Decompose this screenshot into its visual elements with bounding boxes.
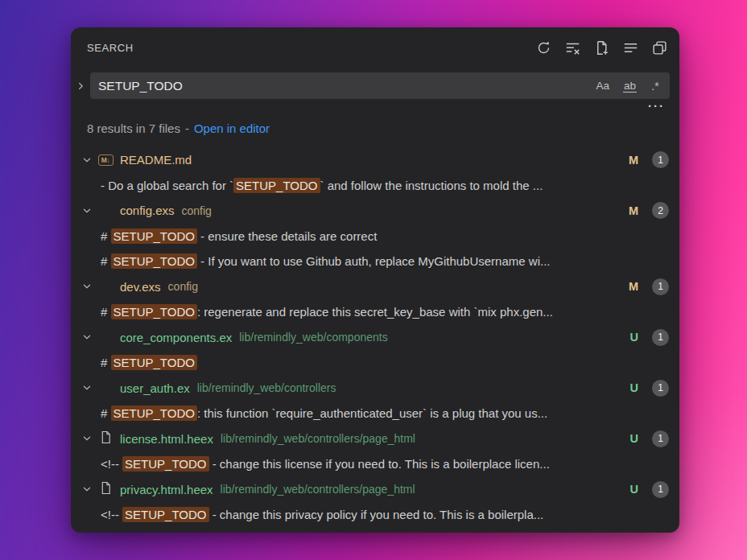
file-result-row[interactable]: privacy.html.heex lib/remindly_web/contr… bbox=[71, 477, 679, 503]
match-line-text: <!-- SETUP_TODO - change this privacy po… bbox=[101, 508, 543, 521]
more-actions-icon[interactable]: ··· bbox=[648, 102, 665, 110]
match-prefix: - Do a global search for ` bbox=[101, 179, 233, 192]
match-prefix: # bbox=[101, 356, 111, 369]
file-name: dev.exs bbox=[120, 280, 161, 294]
elixir-icon bbox=[97, 330, 113, 344]
chevron-down-icon[interactable] bbox=[80, 331, 93, 343]
match-suffix: - change this privacy policy if you need… bbox=[209, 508, 544, 521]
chevron-down-icon[interactable] bbox=[80, 154, 93, 166]
file-path: lib/remindly_web/components bbox=[239, 331, 387, 344]
match-line-text: # SETUP_TODO: regenerate and replace thi… bbox=[101, 305, 553, 319]
search-result-line[interactable]: # SETUP_TODO - If you want to use Github… bbox=[71, 249, 679, 274]
results-summary: 8 results in 7 files - Open in editor bbox=[87, 118, 679, 138]
chevron-down-icon[interactable] bbox=[80, 382, 93, 393]
search-panel: SEARCH bbox=[71, 27, 679, 533]
match-prefix: # bbox=[101, 305, 111, 319]
panel-header: SEARCH bbox=[71, 27, 679, 64]
file-path: lib/remindly_web/controllers/page_html bbox=[221, 432, 415, 445]
search-result-line[interactable]: - Do a global search for `SETUP_TODO` an… bbox=[71, 173, 679, 199]
file-result-row[interactable]: dev.exs config M 1 bbox=[71, 274, 679, 300]
search-result-line[interactable]: # SETUP_TODO: this function `require_aut… bbox=[71, 401, 679, 426]
match-text: SETUP_TODO bbox=[233, 178, 320, 193]
chevron-down-icon[interactable] bbox=[80, 433, 93, 444]
chevron-down-icon[interactable] bbox=[80, 281, 93, 292]
whole-word-icon[interactable]: ab bbox=[618, 76, 642, 96]
match-text: SETUP_TODO bbox=[111, 229, 197, 244]
match-text: SETUP_TODO bbox=[111, 304, 197, 319]
match-line-text: - Do a global search for `SETUP_TODO` an… bbox=[101, 179, 543, 192]
git-status-letter: U bbox=[630, 483, 638, 496]
file-path: lib/remindly_web/controllers/page_html bbox=[221, 483, 415, 496]
match-suffix: - change this license if you need to. Th… bbox=[209, 457, 550, 471]
file-icon bbox=[100, 481, 112, 498]
match-line-text: <!-- SETUP_TODO - change this license if… bbox=[101, 457, 550, 471]
git-status-letter: U bbox=[630, 381, 638, 394]
file-result-row[interactable]: user_auth.ex lib/remindly_web/controller… bbox=[71, 376, 679, 401]
search-result-line[interactable]: # SETUP_TODO - ensure these details are … bbox=[71, 224, 679, 249]
git-status-letter: M bbox=[629, 280, 638, 293]
file-result-row[interactable]: core_components.ex lib/remindly_web/comp… bbox=[71, 325, 679, 351]
elixir-icon bbox=[99, 279, 112, 294]
open-in-editor-link[interactable]: Open in editor bbox=[194, 121, 270, 135]
markdown-icon: M↓ bbox=[98, 154, 113, 166]
file-icon bbox=[97, 481, 113, 498]
elixir-icon bbox=[97, 279, 113, 294]
regex-glyph: .* bbox=[651, 80, 658, 93]
git-status-letter: U bbox=[630, 432, 638, 445]
copy-icon[interactable] bbox=[649, 37, 670, 58]
more-row: ··· bbox=[71, 99, 679, 113]
file-result-row[interactable]: M↓ README.md M 1 bbox=[71, 147, 679, 173]
match-suffix: : regenerate and replace this secret_key… bbox=[197, 305, 553, 319]
file-name: privacy.html.heex bbox=[120, 483, 213, 496]
match-case-icon[interactable]: Aa bbox=[591, 76, 614, 96]
match-text: SETUP_TODO bbox=[111, 355, 197, 370]
file-name: README.md bbox=[120, 153, 192, 167]
match-count-badge: 2 bbox=[652, 202, 669, 219]
search-result-line[interactable]: # SETUP_TODO: regenerate and replace thi… bbox=[71, 299, 679, 325]
chevron-down-icon[interactable] bbox=[80, 205, 93, 216]
match-suffix: - ensure these details are correct bbox=[197, 229, 377, 243]
header-actions bbox=[533, 37, 670, 58]
match-count-badge: 1 bbox=[652, 380, 669, 397]
new-search-editor-icon[interactable] bbox=[591, 37, 612, 58]
list-icon[interactable] bbox=[620, 37, 641, 58]
chevron-down-icon[interactable] bbox=[80, 484, 93, 495]
git-status-letter: M bbox=[629, 154, 638, 167]
clear-results-icon[interactable] bbox=[562, 37, 583, 58]
file-result-row[interactable]: config.exs config M 2 bbox=[71, 198, 679, 224]
match-case-glyph: Aa bbox=[596, 80, 609, 92]
match-count-badge: 1 bbox=[652, 481, 669, 498]
search-input[interactable] bbox=[98, 79, 587, 93]
match-text: SETUP_TODO bbox=[122, 507, 208, 522]
match-suffix: : this function `require_authenticated_u… bbox=[197, 406, 547, 420]
match-line-text: # SETUP_TODO - If you want to use Github… bbox=[101, 254, 550, 268]
match-count-badge: 1 bbox=[652, 430, 669, 447]
match-text: SETUP_TODO bbox=[111, 253, 197, 269]
elixir-icon bbox=[97, 204, 113, 218]
panel-title: SEARCH bbox=[87, 42, 134, 54]
match-suffix: - If you want to use Github auth, replac… bbox=[197, 254, 551, 268]
file-path: config bbox=[182, 204, 212, 217]
match-count-badge: 1 bbox=[652, 151, 669, 168]
match-prefix: <!-- bbox=[101, 508, 122, 521]
match-text: SETUP_TODO bbox=[122, 456, 208, 471]
regex-icon[interactable]: .* bbox=[646, 76, 665, 96]
file-name: core_components.ex bbox=[120, 331, 232, 344]
file-result-row[interactable]: license.html.heex lib/remindly_web/contr… bbox=[71, 426, 679, 452]
toggle-replace-chevron-icon[interactable] bbox=[71, 80, 90, 92]
match-text: SETUP_TODO bbox=[111, 406, 197, 421]
refresh-icon[interactable] bbox=[533, 37, 554, 58]
elixir-icon bbox=[99, 330, 112, 344]
file-name: license.html.heex bbox=[120, 432, 213, 446]
match-suffix: ` and follow the instructions to mold th… bbox=[320, 179, 543, 192]
match-prefix: # bbox=[101, 229, 111, 243]
search-result-line[interactable]: <!-- SETUP_TODO - change this license if… bbox=[71, 451, 679, 477]
search-input-wrap: Aa ab .* bbox=[90, 72, 670, 99]
elixir-icon bbox=[99, 204, 112, 218]
search-result-line[interactable]: # SETUP_TODO bbox=[71, 350, 679, 376]
markdown-icon: M↓ bbox=[97, 154, 113, 166]
match-line-text: # SETUP_TODO - ensure these details are … bbox=[101, 229, 377, 243]
file-path: lib/remindly_web/controllers bbox=[197, 381, 336, 394]
search-result-line[interactable]: <!-- SETUP_TODO - change this privacy po… bbox=[71, 502, 679, 528]
search-row: Aa ab .* bbox=[71, 72, 679, 99]
